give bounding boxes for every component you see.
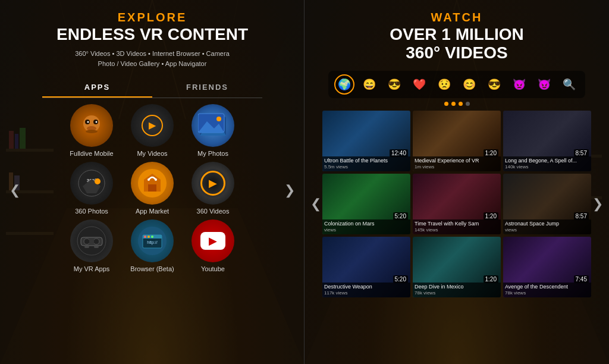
360videos-icon: ▶ [192,162,234,205]
video-thumb-3[interactable]: 8:57 Long and Begone, A Spell of...140k … [503,111,591,171]
svg-point-21 [96,121,98,123]
svg-point-49 [151,236,153,238]
360photos-icon: 360° [70,162,113,205]
left-content: EXPLORE ENDLESS VR CONTENT 360° Videos •… [0,0,304,277]
svg-point-48 [147,236,150,238]
right-content: WATCH OVER 1 MILLION 360° VIDEOS 🌍 😄 😎 ❤… [304,0,609,297]
myvideos-icon: ▶ [131,104,174,147]
search-button[interactable]: 🔍 [559,74,579,95]
dot-2 [451,102,456,106]
avatar-happy[interactable]: 😄 [359,74,379,95]
appmarket-label: App Market [136,208,169,215]
million-title: OVER 1 MILLION 360° VIDEOS [390,26,524,62]
video-thumb-7[interactable]: 5:20 Destructive Weapon117k views [322,237,410,297]
center-divider [304,0,304,364]
myphotos-label: My Photos [197,150,228,157]
video-info-7: Destructive Weapon117k views [322,283,410,297]
video-duration-7: 5:20 [393,275,408,283]
svg-rect-41 [89,240,94,243]
myvrapps-icon [70,219,113,262]
avatar-cool2[interactable]: 😎 [484,74,504,95]
watch-label: WATCH [431,11,483,24]
apps-row-3: My VR Apps http:// Browser (Beta) ▶ Yout… [65,219,240,272]
video-nav-right[interactable]: ❯ [588,192,608,216]
svg-point-20 [87,121,89,123]
tabs-bar: APPS FRIENDS [42,78,262,98]
video-duration-2: 1:20 [484,149,498,157]
youtube-label: Youtube [201,265,225,272]
video-thumb-8[interactable]: 1:20 Deep Dive in Mexico78k views [413,237,501,297]
app-appmarket[interactable]: App Market [125,162,179,215]
svg-point-40 [93,239,99,244]
avatar-devil[interactable]: 👿 [509,74,529,95]
myvrapps-label: My VR Apps [74,265,110,272]
360videos-label: 360 Videos [197,208,230,215]
svg-point-36 [155,178,157,181]
dots-indicator [444,102,470,106]
video-info-6: Astronaut Space Jumpviews [503,219,591,234]
svg-point-39 [84,239,90,244]
video-thumb-5[interactable]: 1:20 Time Travel with Kelly Sam145k view… [413,174,501,234]
svg-point-22 [86,130,98,133]
tab-friends[interactable]: FRIENDS [152,78,262,98]
video-thumb-6[interactable]: 8:57 Astronaut Space Jumpviews [503,174,591,234]
video-duration-9: 7:45 [574,275,589,283]
app-myvideos[interactable]: ▶ My Videos [125,104,179,157]
avatar-globe[interactable]: 🌍 [334,74,354,95]
video-info-8: Deep Dive in Mexico78k views [413,283,501,297]
right-panel: WATCH OVER 1 MILLION 360° VIDEOS 🌍 😄 😎 ❤… [304,0,609,364]
myvideos-label: My Videos [137,150,167,157]
video-duration-3: 8:57 [574,149,589,157]
apps-grid: ❮ ❯ Fulldive Mobile ▶ My Videos [0,104,304,277]
svg-text:http://: http:// [147,240,158,245]
browser-icon: http:// [131,219,174,262]
video-info-3: Long and Begone, A Spell of...140k views [503,156,591,171]
video-duration-5: 1:20 [484,212,498,220]
fulldive-icon [70,104,113,147]
app-fulldive[interactable]: Fulldive Mobile [65,104,118,157]
fulldive-label: Fulldive Mobile [70,150,113,157]
avatar-bar: 🌍 😄 😎 ❤️ 😟 😊 😎 👿 😈 🔍 [328,71,585,98]
video-thumb-1[interactable]: 12:40 Ultron Battle of the Planets5.5m v… [322,111,410,171]
svg-rect-43 [94,246,99,248]
app-myvrapps[interactable]: My VR Apps [65,219,118,272]
avatar-cool[interactable]: 😎 [384,74,404,95]
explore-label: EXPLORE [118,11,187,24]
browser-label: Browser (Beta) [130,265,174,272]
video-info-2: Medieval Experience of VR1m views [413,156,501,171]
svg-rect-42 [84,246,89,248]
video-duration-1: 12:40 [390,149,408,157]
apps-row-2: 360° 360 Photos App Market ▶ 360 Vid [65,162,240,215]
features-list: 360° Videos • 3D Videos • Internet Brows… [75,49,230,70]
app-myphotos[interactable]: My Photos [186,104,240,157]
video-duration-6: 8:57 [574,212,589,220]
avatar-emoji[interactable]: 😊 [459,74,479,95]
nav-right-arrow[interactable]: ❯ [280,178,300,203]
avatar-heart[interactable]: ❤️ [409,74,429,95]
video-info-4: Colonization on Marsviews [322,219,410,234]
dot-3 [459,102,463,106]
video-thumb-4[interactable]: 5:20 Colonization on Marsviews [322,174,410,234]
video-info-9: Avenge of the Descendent78k views [503,283,591,297]
app-youtube[interactable]: ▶ Youtube [186,219,240,272]
tab-apps[interactable]: APPS [42,78,152,98]
nav-left-arrow[interactable]: ❮ [5,178,25,203]
app-360videos[interactable]: ▶ 360 Videos [186,162,240,215]
avatar-smirk[interactable]: 😈 [534,74,554,95]
video-thumb-2[interactable]: 1:20 Medieval Experience of VR1m views [413,111,501,171]
app-360photos[interactable]: 360° 360 Photos [65,162,118,215]
video-duration-8: 1:20 [484,275,498,283]
svg-rect-34 [148,184,156,192]
dot-1 [444,102,448,106]
app-browser[interactable]: http:// Browser (Beta) [125,219,179,272]
video-grid: 12:40 Ultron Battle of the Planets5.5m v… [322,111,591,297]
svg-point-28 [216,117,221,121]
left-panel: EXPLORE ENDLESS VR CONTENT 360° Videos •… [0,0,304,364]
svg-point-47 [144,236,146,238]
avatar-sad[interactable]: 😟 [434,74,454,95]
video-duration-4: 5:20 [393,212,408,220]
svg-point-32 [95,178,101,184]
video-info-1: Ultron Battle of the Planets5.5m views [322,156,410,171]
main-title: ENDLESS VR CONTENT [56,26,248,44]
video-thumb-9[interactable]: 7:45 Avenge of the Descendent78k views [503,237,591,297]
